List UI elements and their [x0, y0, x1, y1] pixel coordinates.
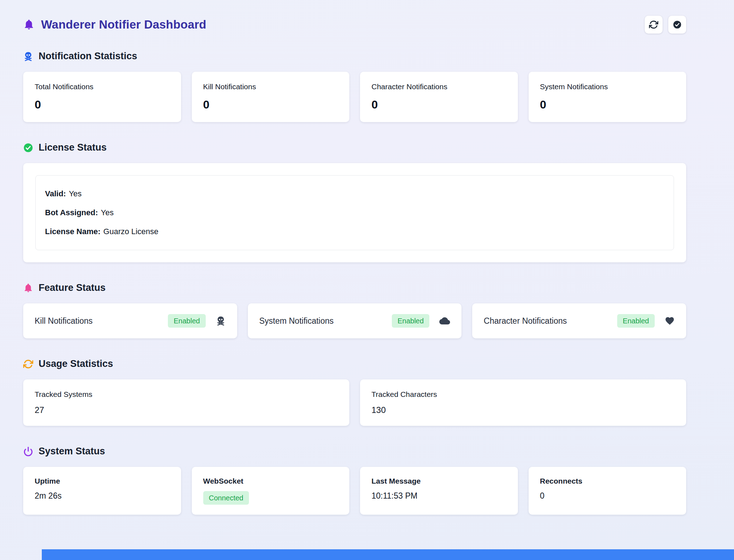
usage-card-characters: Tracked Characters 130 [360, 379, 686, 426]
system-card-value: 10:11:53 PM [371, 491, 506, 501]
stat-card-system: System Notifications 0 [529, 72, 686, 122]
section-system-status: System Status Uptime 2m 26s WebSocket Co… [23, 446, 686, 515]
system-card-label: Last Message [371, 477, 506, 485]
system-card-label: Reconnects [540, 477, 675, 485]
feature-card-label: Character Notifications [484, 316, 567, 326]
feature-card-label: System Notifications [259, 316, 334, 326]
bell-icon [23, 19, 35, 30]
system-card-label: WebSocket [203, 477, 338, 485]
license-field-label: Bot Assigned: [45, 208, 98, 217]
section-title: Usage Statistics [23, 358, 686, 369]
section-title-text: Notification Statistics [39, 51, 137, 62]
license-details: Valid:Yes Bot Assigned:Yes License Name:… [35, 175, 674, 250]
stat-card-label: Character Notifications [371, 82, 506, 91]
section-license-status: License Status Valid:Yes Bot Assigned:Ye… [23, 142, 686, 262]
stat-card-character: Character Notifications 0 [360, 72, 518, 122]
status-badge: Enabled [617, 314, 655, 328]
usage-card-value: 130 [371, 405, 675, 415]
page-title: Wanderer Notifier Dashboard [41, 18, 206, 31]
usage-card-systems: Tracked Systems 27 [23, 379, 349, 426]
stat-card-kill: Kill Notifications 0 [192, 72, 350, 122]
section-title: License Status [23, 142, 686, 153]
usage-card-label: Tracked Systems [35, 390, 338, 399]
license-field-name: License Name:Guarzo License [45, 227, 664, 236]
section-notification-statistics: Notification Statistics Total Notificati… [23, 51, 686, 122]
license-card: Valid:Yes Bot Assigned:Yes License Name:… [23, 163, 686, 262]
stat-card-value: 0 [35, 98, 170, 111]
feature-cards-row: Kill Notifications Enabled System Notifi… [23, 303, 686, 338]
refresh-button[interactable] [645, 16, 663, 34]
usage-card-label: Tracked Characters [371, 390, 675, 399]
power-icon [23, 447, 33, 456]
system-cards-row: Uptime 2m 26s WebSocket Connected Last M… [23, 467, 686, 515]
stat-card-total: Total Notifications 0 [23, 72, 181, 122]
license-field-value: Guarzo License [103, 227, 158, 236]
license-field-label: License Name: [45, 227, 100, 236]
license-field-valid: Valid:Yes [45, 189, 664, 198]
section-title: Feature Status [23, 282, 686, 293]
feature-card-right: Enabled [617, 314, 675, 328]
section-title-text: System Status [39, 446, 105, 457]
header-actions [645, 16, 686, 34]
license-field-label: Valid: [45, 189, 66, 198]
stat-card-value: 0 [203, 98, 338, 111]
system-card-value: 2m 26s [35, 491, 170, 501]
stat-card-label: Kill Notifications [203, 82, 338, 91]
skull-crossbones-icon [216, 316, 226, 326]
skull-crossbones-icon [23, 51, 33, 61]
system-card-uptime: Uptime 2m 26s [23, 467, 181, 515]
heart-icon [665, 316, 675, 326]
status-badge: Enabled [392, 314, 429, 328]
section-title-text: License Status [39, 142, 107, 153]
system-card-label: Uptime [35, 477, 170, 485]
refresh-icon [649, 20, 658, 29]
connection-status-badge: Connected [203, 491, 249, 505]
feature-card-label: Kill Notifications [35, 316, 93, 326]
section-title-text: Usage Statistics [39, 358, 113, 369]
feature-card-character: Character Notifications Enabled [472, 303, 686, 338]
section-title-text: Feature Status [39, 282, 106, 293]
stat-card-value: 0 [540, 98, 675, 111]
check-circle-icon [673, 20, 682, 29]
status-badge: Enabled [168, 314, 205, 328]
stat-card-label: Total Notifications [35, 82, 170, 91]
feature-card-right: Enabled [392, 314, 450, 328]
footer-bar [42, 549, 734, 560]
system-card-websocket: WebSocket Connected [192, 467, 350, 515]
stat-card-value: 0 [371, 98, 506, 111]
feature-card-system: System Notifications Enabled [248, 303, 462, 338]
section-title: Notification Statistics [23, 51, 686, 62]
section-feature-status: Feature Status Kill Notifications Enable… [23, 282, 686, 338]
refresh-icon [23, 359, 33, 369]
header-left: Wanderer Notifier Dashboard [23, 18, 206, 31]
section-title: System Status [23, 446, 686, 457]
cloud-icon [439, 316, 450, 326]
confirm-button[interactable] [668, 16, 686, 34]
license-field-value: Yes [101, 208, 114, 217]
stat-cards-row: Total Notifications 0 Kill Notifications… [23, 72, 686, 122]
feature-card-kill: Kill Notifications Enabled [23, 303, 237, 338]
system-card-last-message: Last Message 10:11:53 PM [360, 467, 518, 515]
bell-icon [23, 283, 33, 293]
system-card-reconnects: Reconnects 0 [529, 467, 686, 515]
usage-cards-row: Tracked Systems 27 Tracked Characters 13… [23, 379, 686, 426]
header: Wanderer Notifier Dashboard [23, 16, 686, 34]
system-card-value: 0 [540, 491, 675, 501]
license-field-value: Yes [69, 189, 82, 198]
stat-card-label: System Notifications [540, 82, 675, 91]
dashboard-page: Wanderer Notifier Dashboard Notification… [0, 0, 734, 515]
usage-card-value: 27 [35, 405, 338, 415]
check-circle-icon [23, 143, 33, 153]
license-field-bot-assigned: Bot Assigned:Yes [45, 208, 664, 217]
feature-card-right: Enabled [168, 314, 225, 328]
section-usage-statistics: Usage Statistics Tracked Systems 27 Trac… [23, 358, 686, 426]
